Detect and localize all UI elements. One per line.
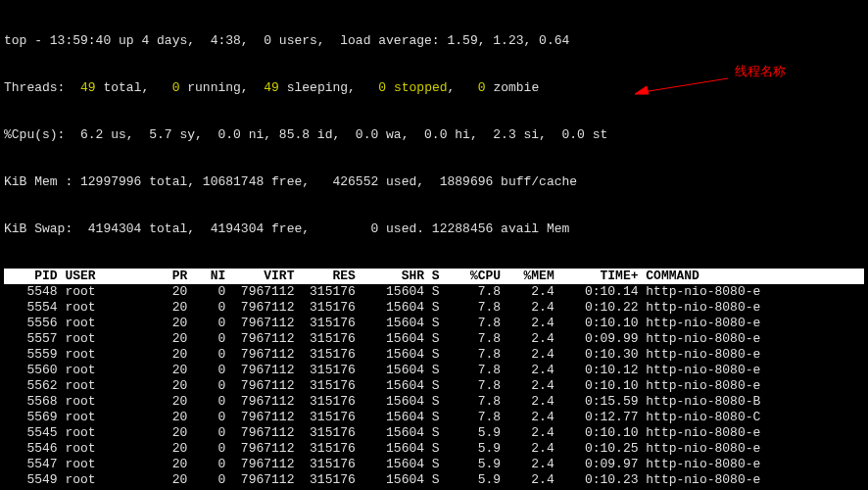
table-row: 5557 root 20 0 7967112 315176 15604 S 7.… bbox=[4, 331, 864, 347]
table-row: 5560 root 20 0 7967112 315176 15604 S 7.… bbox=[4, 363, 864, 378]
process-table: 5548 root 20 0 7967112 315176 15604 S 7.… bbox=[4, 284, 864, 490]
table-row: 5546 root 20 0 7967112 315176 15604 S 5.… bbox=[4, 441, 864, 457]
annotation-label: 线程名称 bbox=[735, 64, 786, 79]
top-summary: top - 13:59:40 up 4 days, 4:38, 0 users,… bbox=[4, 2, 864, 253]
table-row: 5569 root 20 0 7967112 315176 15604 S 7.… bbox=[4, 410, 864, 425]
table-row: 5568 root 20 0 7967112 315176 15604 S 7.… bbox=[4, 394, 864, 410]
table-row: 5562 root 20 0 7967112 315176 15604 S 7.… bbox=[4, 378, 864, 394]
table-row: 5545 root 20 0 7967112 315176 15604 S 5.… bbox=[4, 425, 864, 441]
svg-line-0 bbox=[643, 78, 728, 92]
table-row: 5548 root 20 0 7967112 315176 15604 S 7.… bbox=[4, 284, 864, 300]
summary-line-1: top - 13:59:40 up 4 days, 4:38, 0 users,… bbox=[4, 33, 569, 48]
table-row: 5559 root 20 0 7967112 315176 15604 S 7.… bbox=[4, 347, 864, 363]
summary-line-4: KiB Mem : 12997996 total, 10681748 free,… bbox=[4, 174, 577, 189]
svg-marker-1 bbox=[635, 86, 649, 94]
annotation-arrow bbox=[635, 76, 733, 96]
column-headers: PID USER PR NI VIRT RES SHR S %CPU %MEM … bbox=[4, 269, 864, 284]
summary-line-2: Threads: 49 total, 0 running, 49 sleepin… bbox=[4, 80, 864, 96]
table-row: 5549 root 20 0 7967112 315176 15604 S 5.… bbox=[4, 472, 864, 488]
summary-line-5: KiB Swap: 4194304 total, 4194304 free, 0… bbox=[4, 221, 569, 236]
table-row: 5554 root 20 0 7967112 315176 15604 S 7.… bbox=[4, 300, 864, 316]
table-row: 5547 root 20 0 7967112 315176 15604 S 5.… bbox=[4, 457, 864, 472]
table-row: 5556 root 20 0 7967112 315176 15604 S 7.… bbox=[4, 316, 864, 331]
summary-line-3: %Cpu(s): 6.2 us, 5.7 sy, 0.0 ni, 85.8 id… bbox=[4, 127, 607, 142]
